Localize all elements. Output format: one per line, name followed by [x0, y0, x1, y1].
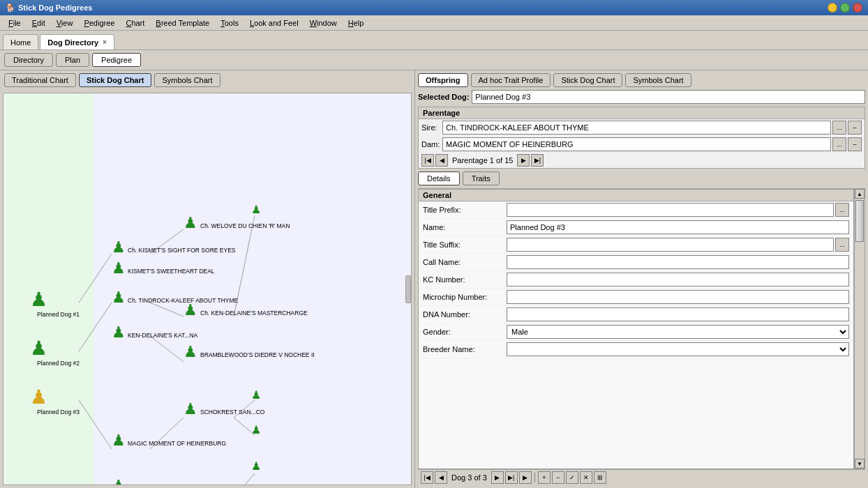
- dam-dots-button[interactable]: ...: [832, 137, 846, 151]
- dog-parent1-icon[interactable]: ♟: [112, 238, 126, 256]
- menu-pedigree[interactable]: Pedigree: [78, 17, 120, 29]
- dam-minus-button[interactable]: –: [848, 137, 862, 151]
- menu-breed-template[interactable]: Breed Template: [150, 17, 215, 29]
- dam-input[interactable]: [442, 137, 831, 151]
- dog-ggp3-icon[interactable]: ♟: [251, 424, 261, 436]
- bnav-last-button[interactable]: ▶|: [505, 471, 518, 484]
- field-dna[interactable]: [507, 307, 849, 321]
- field-title-suffix[interactable]: [507, 238, 834, 252]
- subtab-directory[interactable]: Directory: [4, 53, 53, 67]
- bnav-prev-button[interactable]: ◀: [435, 471, 447, 484]
- menu-file[interactable]: File: [3, 17, 27, 29]
- dog-parent6-icon[interactable]: ♟: [112, 477, 126, 485]
- title-prefix-btn[interactable]: ...: [835, 203, 849, 217]
- menu-window[interactable]: Window: [304, 17, 343, 29]
- parentage-next-button[interactable]: ▶: [517, 154, 530, 167]
- dog-gp4-icon[interactable]: ♟: [184, 400, 197, 418]
- sire-input[interactable]: [442, 121, 831, 135]
- dog-ggp2-icon[interactable]: ♟: [251, 389, 261, 401]
- parentage-first-button[interactable]: |◀: [421, 154, 434, 167]
- field-gender[interactable]: Male Female: [507, 325, 849, 339]
- dog-parent5-icon[interactable]: ♟: [112, 432, 126, 449]
- dog-gp3-icon[interactable]: ♟: [184, 343, 197, 360]
- field-label-kc-number: KC Number:: [423, 275, 507, 284]
- charttab-stick-dog[interactable]: Stick Dog Chart: [79, 73, 152, 87]
- form-row-gender: Gender: Male Female: [419, 323, 853, 341]
- field-label-breeder: Breeder Name:: [423, 345, 507, 353]
- dog-gp2-label: Ch. KEN-DELAINE'S MASTERCHARGE: [200, 310, 308, 317]
- dog-parent1-label: Ch. KISMET'S SIGHT FOR SORE EYES: [128, 247, 236, 254]
- menu-tools[interactable]: Tools: [215, 17, 244, 29]
- charttab-traditional[interactable]: Traditional Chart: [4, 73, 76, 87]
- dog-planned2-icon[interactable]: ♟: [30, 337, 47, 359]
- tab-home[interactable]: Home: [3, 34, 38, 49]
- sire-minus-button[interactable]: –: [848, 121, 862, 135]
- details-form: General Title Prefix: ... Name:: [418, 188, 865, 469]
- subtab-plan[interactable]: Plan: [56, 53, 89, 67]
- subtab-pedigree[interactable]: Pedigree: [92, 53, 141, 67]
- menu-chart[interactable]: Chart: [120, 17, 150, 29]
- parentage-prev-button[interactable]: ◀: [435, 154, 448, 167]
- scroll-down-button[interactable]: ▼: [855, 459, 865, 468]
- svg-line-1: [79, 303, 112, 351]
- form-row-microchip: Microchip Number:: [419, 289, 853, 306]
- dog-ggp4-icon[interactable]: ♟: [251, 460, 261, 472]
- detail-tab-traits[interactable]: Traits: [463, 171, 500, 185]
- dog-parent4-icon[interactable]: ♟: [112, 323, 126, 341]
- bnav-first-button[interactable]: |◀: [421, 471, 433, 484]
- pedigree-svg: .dog-fig { font-size: 28px; fill: #228B2…: [3, 93, 411, 485]
- sire-dots-button[interactable]: ...: [832, 121, 846, 135]
- title-suffix-btn[interactable]: ...: [835, 238, 849, 252]
- field-breeder[interactable]: [507, 342, 849, 356]
- maximize-button[interactable]: [840, 3, 850, 13]
- form-row-name: Name:: [419, 219, 853, 236]
- bnav-grid-button[interactable]: ⊞: [594, 471, 606, 484]
- right-tab-symbols[interactable]: Symbols Chart: [625, 73, 691, 87]
- scroll-up-button[interactable]: ▲: [855, 189, 865, 199]
- dog-planned3-label: Planned Dog #3: [37, 409, 80, 415]
- detail-tab-details[interactable]: Details: [418, 171, 460, 185]
- parentage-last-button[interactable]: ▶|: [531, 154, 544, 167]
- field-call-name[interactable]: [507, 255, 849, 269]
- bnav-check-button[interactable]: ✓: [566, 471, 578, 484]
- menu-edit[interactable]: Edit: [27, 17, 51, 29]
- dog-gp1-icon[interactable]: ♟: [184, 214, 197, 231]
- bnav-next2-button[interactable]: ▶: [519, 471, 532, 484]
- bnav-add-button[interactable]: +: [538, 471, 551, 484]
- dog-gp1-label: Ch. WELOVE DU CHIEN 'R' MAN: [200, 222, 290, 229]
- field-microchip[interactable]: [507, 290, 849, 304]
- dog-planned3-icon[interactable]: ♟: [30, 386, 47, 408]
- bnav-remove-button[interactable]: −: [552, 471, 564, 484]
- menu-help[interactable]: Help: [343, 17, 370, 29]
- bnav-cross-button[interactable]: ✕: [580, 471, 592, 484]
- menu-look-and-feel[interactable]: Look and Feel: [244, 17, 304, 29]
- tab-dog-directory[interactable]: Dog Directory ×: [40, 34, 114, 49]
- dog-ggp1-icon[interactable]: ♟: [251, 204, 261, 215]
- form-scroll-container: General Title Prefix: ... Name:: [418, 188, 865, 469]
- selected-dog-input[interactable]: [472, 90, 865, 104]
- scroll-thumb[interactable]: [855, 200, 864, 242]
- resize-handle[interactable]: [405, 275, 411, 303]
- right-tab-ad-hoc[interactable]: Ad hoc Trait Profile: [471, 73, 551, 87]
- sire-row: Sire: ... –: [419, 119, 865, 136]
- close-button[interactable]: [853, 3, 862, 13]
- charttab-symbols[interactable]: Symbols Chart: [154, 73, 220, 87]
- tab-close-icon[interactable]: ×: [103, 38, 107, 46]
- bnav-dog-label: Dog 3 of 3: [451, 473, 487, 482]
- field-name[interactable]: [507, 220, 849, 234]
- field-kc-number[interactable]: [507, 273, 849, 287]
- minimize-button[interactable]: [828, 3, 837, 13]
- right-tab-offspring[interactable]: Offspring: [418, 73, 468, 87]
- dog-parent3-icon[interactable]: ♟: [112, 289, 126, 306]
- right-tab-stick-dog[interactable]: Stick Dog Chart: [553, 73, 622, 87]
- tabbar: Home Dog Directory ×: [0, 31, 868, 50]
- dog-planned1-icon[interactable]: ♟: [30, 289, 47, 310]
- bnav-next-button[interactable]: ▶: [491, 471, 504, 484]
- svg-line-2: [79, 400, 112, 449]
- menu-view[interactable]: View: [51, 17, 79, 29]
- field-label-gender: Gender:: [423, 328, 507, 336]
- field-title-prefix[interactable]: [507, 203, 834, 217]
- dog-planned1-label: Planned Dog #1: [37, 311, 80, 318]
- dog-parent2-icon[interactable]: ♟: [112, 259, 126, 277]
- dog-gp2-icon[interactable]: ♟: [184, 301, 197, 319]
